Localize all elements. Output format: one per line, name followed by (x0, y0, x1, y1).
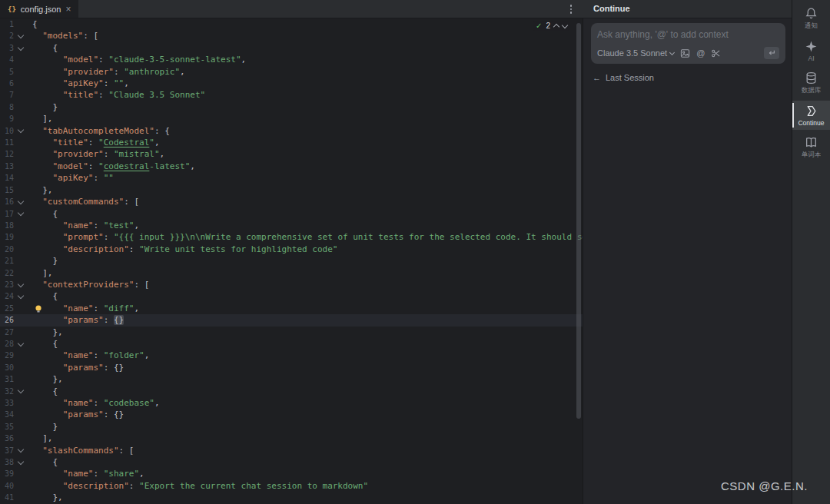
code-line-11[interactable]: 11 "title": "Codestral", (0, 137, 583, 148)
fold-chevron-icon[interactable] (14, 125, 28, 137)
fold-chevron-icon[interactable] (14, 338, 28, 350)
code-text: { (28, 456, 583, 468)
code-line-30[interactable]: 30 "params": {} (0, 362, 583, 373)
watermark: CSDN @G.E.N. (721, 479, 808, 492)
inspections-widget[interactable]: ✓ 2 (533, 21, 570, 31)
code-line-27[interactable]: 27 }, (0, 327, 583, 338)
editor-scrollbar[interactable] (576, 23, 581, 419)
chat-input[interactable]: Ask anything, '@' to add context (597, 29, 779, 40)
code-text: }, (28, 492, 583, 503)
line-number: 28 (0, 338, 14, 350)
code-line-17[interactable]: 17 { (0, 208, 583, 220)
tab-close-icon[interactable]: × (65, 5, 71, 14)
fold-chevron-icon[interactable] (14, 386, 28, 397)
code-line-35[interactable]: 35 } (0, 421, 583, 433)
code-line-21[interactable]: 21 } (0, 255, 583, 267)
code-line-14[interactable]: 14 "apiKey": "" (0, 172, 583, 184)
code-line-32[interactable]: 32 { (0, 386, 583, 397)
tools-icon[interactable] (711, 48, 721, 58)
code-line-33[interactable]: 33 "name": "codebase", (0, 397, 583, 409)
image-icon[interactable] (680, 48, 690, 58)
code-line-23[interactable]: 23 "contextProviders": [ (0, 279, 583, 290)
code-line-41[interactable]: 41 }, (0, 492, 583, 503)
fold-spacer (14, 18, 28, 30)
fold-chevron-icon[interactable] (14, 30, 28, 41)
fold-spacer (14, 468, 28, 479)
code-text: "models": [ (28, 30, 583, 41)
code-line-15[interactable]: 15 }, (0, 184, 583, 196)
line-number: 6 (0, 78, 14, 89)
code-text: "apiKey": "" (28, 172, 583, 184)
code-line-31[interactable]: 31 }, (0, 373, 583, 385)
code-line-36[interactable]: 36 ], (0, 433, 583, 444)
chat-input-box[interactable]: Ask anything, '@' to add context Claude … (591, 23, 785, 64)
code-line-26[interactable]: 26 "params": {} (0, 314, 583, 326)
fold-spacer (14, 480, 28, 492)
code-text: "contextProviders": [ (28, 279, 583, 290)
code-text: "title": "Codestral", (28, 137, 583, 148)
tab-config-json[interactable]: {} config.json × (0, 0, 78, 18)
line-number: 26 (0, 314, 14, 326)
send-button[interactable] (764, 47, 779, 59)
last-session-link[interactable]: ← Last Session (593, 73, 792, 82)
fold-chevron-icon[interactable] (14, 445, 28, 456)
code-editor[interactable]: 1{2 "models": [3 {4 "model": "claude-3-5… (0, 18, 583, 504)
code-line-1[interactable]: 1{ (0, 18, 583, 30)
code-line-29[interactable]: 29 "name": "folder", (0, 350, 583, 361)
fold-chevron-icon[interactable] (14, 456, 28, 468)
code-line-38[interactable]: 38 { (0, 456, 583, 468)
code-line-5[interactable]: 5 "provider": "anthropic", (0, 66, 583, 78)
next-problem-icon[interactable] (562, 22, 568, 28)
fold-chevron-icon[interactable] (14, 290, 28, 302)
code-line-10[interactable]: 10 "tabAutocompleteModel": { (0, 125, 583, 137)
at-mention-icon[interactable]: @ (696, 48, 705, 58)
line-number: 25 (0, 303, 14, 314)
code-line-28[interactable]: 28 { (0, 338, 583, 350)
code-line-19[interactable]: 19 "prompt": "{{{ input }}}\n\nWrite a c… (0, 231, 583, 243)
prev-problem-icon[interactable] (553, 24, 559, 30)
code-line-39[interactable]: 39 "name": "share", (0, 468, 583, 479)
code-line-24[interactable]: 24 { (0, 290, 583, 302)
fold-chevron-icon[interactable] (14, 42, 28, 54)
editor-tab-bar: {} config.json × Continue (0, 0, 792, 18)
fold-chevron-icon[interactable] (14, 208, 28, 220)
intention-bulb-icon[interactable] (34, 304, 43, 313)
code-text: { (28, 208, 583, 220)
fold-spacer (14, 267, 28, 279)
toolbar-item-continue[interactable]: Continue (792, 101, 830, 130)
toolbar-item-notifications[interactable]: 通知 (792, 3, 830, 34)
code-line-7[interactable]: 7 "title": "Claude 3.5 Sonnet" (0, 89, 583, 101)
code-text: }, (28, 327, 583, 338)
code-line-37[interactable]: 37 "slashCommands": [ (0, 445, 583, 456)
toolbar-item-wordbook[interactable]: 单词本 (792, 132, 830, 163)
fold-chevron-icon[interactable] (14, 196, 28, 207)
code-line-8[interactable]: 8 } (0, 101, 583, 113)
model-selector-label: Claude 3.5 Sonnet (597, 48, 667, 58)
fold-spacer (14, 184, 28, 196)
code-line-40[interactable]: 40 "description": "Export the current ch… (0, 480, 583, 492)
model-selector[interactable]: Claude 3.5 Sonnet (597, 48, 674, 58)
code-line-6[interactable]: 6 "apiKey": "", (0, 78, 583, 89)
code-line-16[interactable]: 16 "customCommands": [ (0, 196, 583, 207)
toolbar-item-ai[interactable]: AI (792, 36, 830, 65)
code-line-3[interactable]: 3 { (0, 42, 583, 54)
code-line-4[interactable]: 4 "model": "claude-3-5-sonnet-latest", (0, 54, 583, 65)
code-line-12[interactable]: 12 "provider": "mistral", (0, 148, 583, 160)
code-line-18[interactable]: 18 "name": "test", (0, 220, 583, 231)
code-text: ], (28, 433, 583, 444)
fold-spacer (14, 137, 28, 148)
code-line-25[interactable]: 25 "name": "diff", (0, 303, 583, 314)
ai-icon (805, 40, 818, 53)
code-line-13[interactable]: 13 "model": "codestral-latest", (0, 161, 583, 172)
fold-spacer (14, 409, 28, 420)
code-text: { (28, 18, 583, 30)
fold-chevron-icon[interactable] (14, 279, 28, 290)
code-line-34[interactable]: 34 "params": {} (0, 409, 583, 420)
line-number: 10 (0, 125, 14, 137)
editor-options-kebab-icon[interactable] (567, 4, 575, 15)
toolbar-item-database[interactable]: 数据库 (792, 68, 830, 98)
code-line-22[interactable]: 22 ], (0, 267, 583, 279)
code-line-9[interactable]: 9 ], (0, 113, 583, 124)
code-line-2[interactable]: 2 "models": [ (0, 30, 583, 41)
code-line-20[interactable]: 20 "description": "Write unit tests for … (0, 244, 583, 255)
